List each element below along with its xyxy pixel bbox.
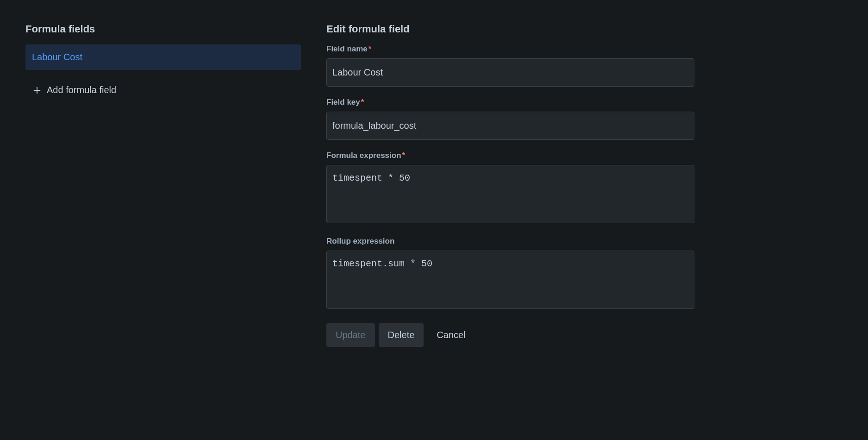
rollup-expression-label: Rollup expression xyxy=(326,237,694,246)
field-name-input[interactable] xyxy=(326,58,694,87)
plus-icon xyxy=(32,85,42,95)
delete-button[interactable]: Delete xyxy=(379,323,424,347)
required-star: * xyxy=(402,151,406,160)
field-item-labour-cost[interactable]: Labour Cost xyxy=(25,44,301,70)
formula-expression-input[interactable] xyxy=(326,165,694,223)
rollup-expression-group: Rollup expression xyxy=(326,237,694,311)
formula-fields-sidebar: Formula fields Labour Cost Add formula f… xyxy=(25,23,301,347)
field-name-label: Field name* xyxy=(326,44,694,54)
editor-title: Edit formula field xyxy=(326,23,694,35)
formula-expression-group: Formula expression* xyxy=(326,151,694,226)
add-formula-field-button[interactable]: Add formula field xyxy=(25,78,123,102)
sidebar-title: Formula fields xyxy=(25,23,301,35)
field-key-label: Field key* xyxy=(326,98,694,107)
field-list: Labour Cost xyxy=(25,44,301,70)
field-key-input[interactable] xyxy=(326,112,694,140)
add-button-label: Add formula field xyxy=(47,85,116,95)
edit-formula-field-panel: Edit formula field Field name* Field key… xyxy=(326,23,694,347)
field-key-group: Field key* xyxy=(326,98,694,140)
update-button[interactable]: Update xyxy=(326,323,375,347)
required-star: * xyxy=(368,44,372,53)
action-buttons: Update Delete Cancel xyxy=(326,323,694,347)
formula-expression-label: Formula expression* xyxy=(326,151,694,160)
field-name-group: Field name* xyxy=(326,44,694,87)
rollup-expression-input[interactable] xyxy=(326,251,694,309)
cancel-button[interactable]: Cancel xyxy=(427,323,475,347)
required-star: * xyxy=(361,98,364,107)
